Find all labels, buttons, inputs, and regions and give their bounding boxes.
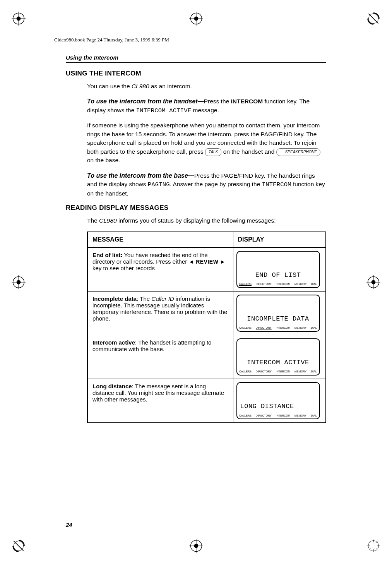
lcd-softkey: DIAL bbox=[311, 414, 317, 417]
crop-mark-icon bbox=[12, 539, 26, 554]
table-row: Intercom active: The handset is attempti… bbox=[87, 335, 326, 379]
lcd-softkey: CALLERS bbox=[239, 414, 252, 417]
message-cell: Incomplete data: The Caller ID informati… bbox=[87, 291, 233, 335]
message-cell: Long distance: The message sent is a lon… bbox=[87, 379, 233, 423]
table-header-display: DISPLAY bbox=[233, 232, 326, 247]
messages-table: MESSAGE DISPLAY End of list: You have re… bbox=[87, 232, 326, 423]
book-header-line: Cidco980.book Page 24 Thursday, June 3, … bbox=[54, 37, 169, 43]
crop-mark-icon bbox=[12, 12, 26, 27]
paragraph: To use the intercom from the base—Press … bbox=[87, 171, 326, 198]
lcd-text: INTERCOM ACTIVE bbox=[136, 107, 192, 114]
lcd-softkey: INTERCOM bbox=[276, 370, 290, 373]
intercom-key-label: INTERCOM bbox=[231, 98, 263, 105]
crop-mark-icon bbox=[366, 539, 380, 554]
lcd-softkey: DIAL bbox=[311, 326, 317, 329]
lcd-softkey: DIAL bbox=[311, 283, 317, 286]
talk-key-icon: TALK bbox=[205, 148, 221, 156]
lcd-message: INCOMPLETE DATA bbox=[237, 315, 319, 322]
table-row: Incomplete data: The Caller ID informati… bbox=[87, 291, 326, 335]
lcd-softkey: INTERCOM bbox=[276, 283, 290, 286]
lcd-message: INTERCOM ACTIVE bbox=[237, 359, 319, 366]
lcd-softkeys: CALLERSDIRECTORYINTERCOMMEMORYDIAL bbox=[237, 326, 319, 329]
message-cell: Intercom active: The handset is attempti… bbox=[87, 335, 233, 379]
lcd-softkey: MEMORY bbox=[294, 414, 306, 417]
section-title-text: READING DISPLAY MESSAGES bbox=[66, 204, 169, 211]
crop-mark-icon bbox=[189, 539, 203, 554]
lcd-softkey: CALLERS bbox=[239, 370, 252, 373]
section-title-intercom: USING THE INTERCOM bbox=[66, 70, 326, 77]
message-cell: End of list: You have reached the end of… bbox=[87, 247, 233, 292]
lcd-softkey: CALLERS bbox=[239, 326, 252, 329]
table-row: Long distance: The message sent is a lon… bbox=[87, 379, 326, 423]
lcd-softkey: MEMORY bbox=[294, 283, 306, 286]
paragraph: You can use the CL980 as an intercom. bbox=[87, 82, 326, 91]
lcd-softkey: MEMORY bbox=[294, 370, 306, 373]
crop-mark-icon bbox=[366, 12, 380, 27]
section-title-messages: READING DISPLAY MESSAGES bbox=[66, 204, 326, 212]
running-head: Using the Intercom bbox=[66, 54, 326, 63]
review-key-label: ◄ REVIEW ► bbox=[188, 259, 226, 265]
lcd-softkey: INTERCOM bbox=[276, 326, 290, 329]
display-cell: INCOMPLETE DATACALLERSDIRECTORYINTERCOMM… bbox=[233, 291, 326, 335]
lcd-softkey: DIRECTORY bbox=[256, 414, 272, 417]
section-title-text: USING THE INTERCOM bbox=[66, 70, 141, 77]
lcd-softkey: INTERCOM bbox=[276, 414, 290, 417]
paragraph: If someone is using the speakerphone whe… bbox=[87, 121, 326, 165]
display-cell: INTERCOM ACTIVECALLERSDIRECTORYINTERCOMM… bbox=[233, 335, 326, 379]
display-cell: END OF LISTCALLERSDIRECTORYINTERCOMMEMOR… bbox=[233, 247, 326, 292]
page-content: Using the Intercom USING THE INTERCOM Yo… bbox=[45, 46, 347, 535]
lcd-message: LONG DISTANCE bbox=[237, 403, 319, 410]
display-cell: LONG DISTANCECALLERSDIRECTORYINTERCOMMEM… bbox=[233, 379, 326, 423]
lcd-text: INTERCOM bbox=[262, 181, 291, 188]
lcd-message: END OF LIST bbox=[237, 271, 319, 279]
crop-mark-icon bbox=[366, 275, 380, 291]
lcd-softkeys: CALLERSDIRECTORYINTERCOMMEMORYDIAL bbox=[237, 283, 319, 286]
lcd-softkey: DIRECTORY bbox=[256, 283, 272, 286]
lcd-softkey: DIAL bbox=[311, 370, 317, 373]
crop-mark-icon bbox=[12, 275, 26, 291]
lcd-display: END OF LISTCALLERSDIRECTORYINTERCOMMEMOR… bbox=[236, 251, 320, 288]
page-number: 24 bbox=[66, 521, 72, 528]
lcd-softkey: DIRECTORY bbox=[256, 326, 272, 329]
run-in-heading: To use the intercom from the base— bbox=[87, 172, 194, 179]
lcd-softkey: DIRECTORY bbox=[256, 370, 272, 373]
lcd-display: INCOMPLETE DATACALLERSDIRECTORYINTERCOMM… bbox=[236, 295, 320, 332]
lcd-display: INTERCOM ACTIVECALLERSDIRECTORYINTERCOMM… bbox=[236, 338, 320, 376]
lcd-softkeys: CALLERSDIRECTORYINTERCOMMEMORYDIAL bbox=[237, 370, 319, 373]
lcd-text: PAGING bbox=[148, 181, 170, 188]
speakerphone-key-icon: SPEAKERPHONE bbox=[276, 148, 321, 156]
table-header-message: MESSAGE bbox=[87, 232, 233, 247]
lcd-softkey: MEMORY bbox=[294, 326, 306, 329]
run-in-heading: To use the intercom from the handset— bbox=[87, 98, 204, 105]
lcd-softkey: CALLERS bbox=[239, 283, 252, 286]
lcd-display: LONG DISTANCECALLERSDIRECTORYINTERCOMMEM… bbox=[236, 382, 320, 419]
lcd-softkeys: CALLERSDIRECTORYINTERCOMMEMORYDIAL bbox=[237, 414, 319, 417]
table-row: End of list: You have reached the end of… bbox=[87, 247, 326, 292]
paragraph: To use the intercom from the handset—Pre… bbox=[87, 97, 326, 115]
paragraph: The CL980 informs you of status by displ… bbox=[87, 216, 326, 225]
crop-mark-icon bbox=[189, 12, 203, 27]
